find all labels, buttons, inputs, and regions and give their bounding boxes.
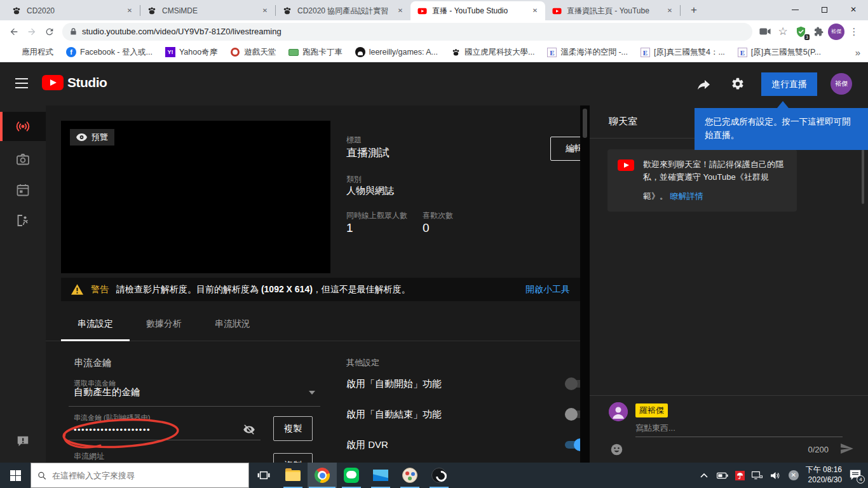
bookmark-blog-dw4[interactable]: E[原]真三國無雙4：... (641, 47, 725, 58)
tray-close-status-icon[interactable]: ✕ (789, 470, 799, 480)
go-live-tooltip[interactable]: 您已完成所有設定。按一下這裡即可開始直播。 (695, 108, 868, 150)
bookmark-star-icon[interactable]: ☆ (774, 23, 792, 41)
taskbar-clock[interactable]: 下午 08:16 2020/6/30 (806, 465, 842, 485)
studio-profile-avatar[interactable]: 裕傑 (831, 73, 852, 95)
go-live-button[interactable]: 進行直播 (761, 72, 817, 96)
tray-chevron-up-icon[interactable] (698, 470, 710, 481)
tab-close-icon[interactable]: ✕ (260, 6, 270, 16)
taskbar-line[interactable] (337, 463, 366, 488)
stream-preview-video[interactable]: 預覽 (61, 121, 330, 273)
minimize-button[interactable] (780, 0, 810, 19)
bookmark-blog-ocean[interactable]: E溫柔海洋的空間 -... (547, 47, 628, 58)
tab-stream-health[interactable]: 串流狀況 (198, 307, 267, 341)
share-icon[interactable] (696, 77, 711, 92)
restore-button[interactable] (810, 0, 839, 19)
bookmark-blog-dw5[interactable]: E[原]真三國無雙5(P... (738, 47, 821, 58)
task-view-icon (257, 470, 270, 481)
chat-username-badge[interactable]: 羅裕傑 (635, 403, 668, 417)
bookmark-github-games[interactable]: leereilly/games: A... (355, 47, 438, 57)
start-button[interactable] (0, 463, 31, 488)
taskbar-file-explorer[interactable] (278, 463, 308, 488)
restore-icon (822, 7, 827, 13)
bookmarks-overflow-chevron[interactable]: » (855, 47, 860, 58)
tab-close-icon[interactable]: ✕ (395, 6, 405, 16)
forward-button[interactable] (23, 23, 41, 41)
tab-title: CMSiMDE (162, 6, 255, 15)
tab-youtube-studio-active[interactable]: 直播 - YouTube Studio ✕ (410, 1, 545, 20)
learn-more-link[interactable]: 瞭解詳情 (670, 190, 703, 203)
sidebar-item-feedback[interactable] (0, 426, 46, 456)
extensions-puzzle-icon[interactable] (810, 23, 827, 41)
new-tab-button[interactable]: + (686, 2, 702, 18)
browser-tab-strip: CD2020 ✕ CMSiMDE ✕ CD2020 協同產品設計實習 ✕ 直播 … (0, 0, 868, 20)
reload-button[interactable] (41, 23, 58, 41)
chat-scrollbar-thumb[interactable] (862, 149, 864, 204)
bookmark-facebook[interactable]: fFacebook - 登入或... (66, 47, 153, 58)
close-window-button[interactable]: ✕ (839, 0, 868, 19)
tab-close-icon[interactable]: ✕ (665, 6, 675, 16)
send-message-icon[interactable] (840, 443, 854, 454)
eye-off-icon[interactable] (243, 424, 255, 435)
sidebar-item-exit[interactable] (0, 206, 46, 235)
sidebar-item-webcam[interactable] (0, 145, 46, 174)
tab-close-icon[interactable]: ✕ (125, 6, 135, 16)
calendar-icon (15, 182, 31, 198)
obs-icon (431, 468, 447, 483)
page-scrollbar-thumb[interactable] (583, 109, 587, 138)
browser-menu-kebab-icon[interactable]: ⋮ (845, 23, 863, 41)
bookmark-apps[interactable]: 應用程式 (8, 47, 53, 58)
tab-camera-indicator-icon[interactable] (756, 23, 774, 41)
bookmarks-bar: 應用程式 fFacebook - 登入或... Y!Yahoo奇摩 遊戲天堂 跑… (0, 43, 868, 62)
battery-icon[interactable] (717, 470, 728, 481)
copy-stream-key-button[interactable]: 複製 (273, 416, 313, 441)
bookmark-kart[interactable]: 跑跑卡丁車 (288, 47, 342, 58)
other-settings-section-title: 其他設定 (346, 357, 379, 369)
avira-antivirus-icon[interactable] (735, 471, 745, 480)
menu-hamburger-icon[interactable] (15, 78, 28, 88)
facebook-icon: f (66, 47, 76, 57)
tab-stream-settings[interactable]: 串流設定 (61, 307, 130, 341)
tab-live-dashboard[interactable]: 直播資訊主頁 - YouTube ✕ (545, 1, 680, 20)
settings-gear-icon[interactable] (731, 77, 746, 92)
screen: CD2020 ✕ CMSiMDE ✕ CD2020 協同產品設計實習 ✕ 直播 … (0, 0, 868, 488)
address-bar[interactable]: studio.youtube.com/video/UY9Vb7-81Z0/liv… (62, 23, 752, 41)
url-text[interactable]: studio.youtube.com/video/UY9Vb7-81Z0/liv… (82, 27, 281, 36)
sidebar-item-live[interactable] (0, 112, 46, 141)
bookmark-game-site[interactable]: 遊戲天堂 (230, 47, 276, 58)
speaker-icon[interactable] (770, 470, 782, 481)
tab-cmsimde[interactable]: CMSiMDE ✕ (140, 1, 275, 20)
open-widget-link[interactable]: 開啟小工具 (526, 284, 570, 295)
chat-message-placeholder[interactable]: 寫點東西... (635, 423, 675, 434)
chat-user-avatar (609, 402, 628, 421)
tab-cd2020[interactable]: CD2020 ✕ (5, 1, 140, 20)
stream-key-section-title: 串流金鑰 (74, 357, 112, 369)
taskbar-chrome[interactable] (308, 463, 337, 488)
sidebar-item-manage[interactable] (0, 175, 46, 205)
taskbar-search[interactable] (31, 463, 249, 488)
task-view-button[interactable] (249, 463, 278, 488)
tab-cd2020-course[interactable]: CD2020 協同產品設計實習 ✕ (276, 1, 410, 20)
back-button[interactable] (5, 23, 23, 41)
search-input[interactable] (52, 471, 242, 480)
copy-stream-url-button[interactable]: 複製 (273, 453, 313, 463)
stream-key-select[interactable]: 自動產生的金鑰 (69, 386, 320, 407)
feedback-bubble-icon (16, 434, 30, 448)
tab-analytics[interactable]: 數據分析 (130, 307, 198, 341)
taskbar-mail[interactable] (366, 463, 395, 488)
browser-profile-avatar[interactable]: 裕傑 (827, 23, 845, 41)
kart-icon (288, 47, 299, 57)
tab-close-icon[interactable]: ✕ (530, 6, 540, 16)
bookmark-yahoo[interactable]: Y!Yahoo奇摩 (165, 47, 217, 58)
adblock-shield-icon[interactable]: 3 (792, 23, 810, 41)
youtube-icon (618, 159, 634, 171)
studio-logo[interactable]: Studio (42, 75, 107, 90)
taskbar-paint-app[interactable] (395, 463, 424, 488)
action-center-button[interactable]: 4 (849, 468, 863, 482)
tab-title: 直播 - YouTube Studio (432, 6, 525, 17)
network-display-icon[interactable] (752, 470, 763, 481)
page-scrollbar[interactable] (580, 105, 590, 463)
bookmark-university[interactable]: 國立虎尾科技大學... (451, 47, 534, 58)
blog-e-icon: E (641, 48, 650, 57)
emoji-icon[interactable] (610, 443, 623, 456)
taskbar-obs[interactable] (424, 463, 454, 488)
